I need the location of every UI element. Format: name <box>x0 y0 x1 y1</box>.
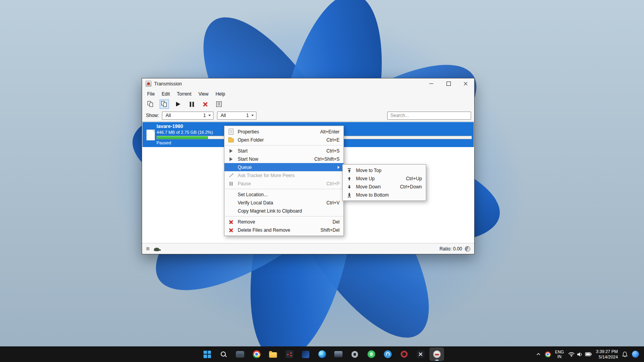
start-button[interactable] <box>200 348 215 361</box>
submenu-arrow-icon <box>338 166 340 169</box>
menu-item-queue[interactable]: Queue <box>224 163 343 171</box>
tracker-dropdown-count: 1 <box>246 113 249 118</box>
move-to-bottom-icon <box>347 193 352 197</box>
ratio-pie-icon[interactable] <box>465 246 470 252</box>
show-label: Show: <box>146 113 159 118</box>
start-torrent-icon <box>176 102 180 106</box>
tray-chevron-up-button[interactable] <box>536 353 541 356</box>
taskbar-qbittorrent-button[interactable] <box>381 348 395 361</box>
menu-item-label: Properties <box>238 129 313 135</box>
taskbar-media-app-button[interactable] <box>282 348 297 361</box>
menu-torrent[interactable]: Torrent <box>173 90 195 98</box>
remove-torrent-button[interactable] <box>201 100 210 108</box>
submenu-item-move-to-bottom[interactable]: Move to Bottom <box>343 191 426 199</box>
pause-torrent-button[interactable] <box>187 100 196 108</box>
settings-icon <box>351 351 359 358</box>
menu-item-shortcut: Ctrl+E <box>326 137 340 143</box>
menu-item-label: Move Up <box>356 176 399 181</box>
mi-icon-wrap <box>346 185 353 189</box>
menu-item-verify-local-data[interactable]: Verify Local Data Ctrl+V <box>224 199 343 207</box>
chrome-tray-icon <box>545 351 551 357</box>
taskbar-transmission-button[interactable] <box>430 348 444 361</box>
tray-clock[interactable]: 3:39:27 PM 5/14/2024 <box>596 349 618 360</box>
menu-item-remove[interactable]: Remove Del <box>224 218 343 226</box>
menu-item-copy-magnet-link[interactable]: Copy Magnet Link to Clipboard <box>224 207 343 215</box>
battery-icon <box>585 352 592 356</box>
system-icons-cluster[interactable] <box>568 352 592 357</box>
language-indicator[interactable]: ENG IN <box>555 350 564 359</box>
menu-item-label: Set Location... <box>238 192 333 197</box>
filter-dropdown-count: 1 <box>203 113 206 118</box>
maximize-icon <box>447 82 451 86</box>
open-torrent-button[interactable] <box>146 100 155 108</box>
submenu-item-move-down[interactable]: Move Down Ctrl+Down <box>343 183 426 191</box>
menu-item-delete-files-and-remove[interactable]: Delete Files and Remove Shift+Del <box>224 226 343 234</box>
menu-item-set-location[interactable]: Set Location... <box>224 190 343 199</box>
language-top: ENG <box>555 350 564 354</box>
menu-item-shortcut: Ctrl+Down <box>400 184 422 190</box>
minimize-button[interactable] <box>423 78 440 89</box>
tracker-dropdown[interactable]: All 1 <box>217 112 256 120</box>
menu-item-ask-tracker[interactable]: Ask Tracker for More Peers <box>224 171 343 179</box>
tray-chrome-button[interactable] <box>545 351 551 357</box>
close-button[interactable] <box>457 78 474 89</box>
options-menu-icon[interactable]: ≡ <box>146 246 149 252</box>
bell-icon <box>622 351 628 357</box>
taskbar-file-explorer-button[interactable] <box>266 348 280 361</box>
taskbar-task-view-button[interactable] <box>233 348 247 361</box>
menu-item-shortcut: Shift+Del <box>320 227 340 233</box>
notification-bell-button[interactable] <box>622 351 628 357</box>
open-torrent-options-button[interactable] <box>160 100 169 108</box>
menu-item-shortcut: Ctrl+V <box>326 200 340 206</box>
move-down-icon <box>347 185 352 189</box>
turtle-alt-speed-icon[interactable] <box>154 248 160 251</box>
desktop: Transmission File Edit Torrent View Help <box>0 0 644 362</box>
wifi-icon <box>568 352 575 357</box>
titlebar[interactable]: Transmission <box>142 78 474 89</box>
maximize-button[interactable] <box>440 78 457 89</box>
menu-item-label: Open Folder <box>238 137 319 143</box>
taskbar-settings-button[interactable] <box>348 348 362 361</box>
start-torrent-button[interactable] <box>174 100 182 108</box>
qbittorrent-icon <box>384 350 391 358</box>
menu-separator <box>225 216 343 216</box>
windows-start-icon <box>204 351 211 358</box>
taskbar-call-app-button[interactable] <box>364 348 379 361</box>
taskbar-x-app-button[interactable] <box>413 348 428 361</box>
menu-item-properties[interactable]: Properties Alt+Enter <box>224 128 343 136</box>
torrent-context-menu: Properties Alt+Enter Open Folder Ctrl+E … <box>224 126 344 236</box>
menu-item-label: Start <box>238 148 319 154</box>
taskbar-files-app-button[interactable] <box>331 348 346 361</box>
taskbar-search-button[interactable] <box>217 348 231 361</box>
taskbar-store-app-button[interactable] <box>299 348 313 361</box>
filter-dropdown[interactable]: All 1 <box>162 112 213 120</box>
torrent-details-button[interactable] <box>215 100 223 108</box>
menu-item-start[interactable]: Start Ctrl+S <box>224 147 343 155</box>
move-up-icon <box>347 176 352 181</box>
volume-icon <box>577 352 583 357</box>
menu-separator <box>225 189 343 189</box>
menu-item-start-now[interactable]: Start Now Ctrl+Shift+S <box>224 155 343 163</box>
menu-item-label: Move Down <box>356 184 393 190</box>
menu-help[interactable]: Help <box>212 90 229 98</box>
copilot-button[interactable] <box>632 351 639 358</box>
menu-item-shortcut: Ctrl+Up <box>406 176 422 181</box>
submenu-item-move-up[interactable]: Move Up Ctrl+Up <box>343 174 426 183</box>
torrent-details-icon <box>216 101 222 107</box>
language-bottom: IN <box>557 354 562 359</box>
mi-icon-wrap <box>346 193 353 197</box>
menu-item-shortcut: Ctrl+P <box>326 181 340 186</box>
mi-icon-wrap <box>228 137 235 142</box>
menu-view[interactable]: View <box>195 90 212 98</box>
menu-file[interactable]: File <box>144 90 158 98</box>
taskbar-edge-button[interactable] <box>315 348 329 361</box>
submenu-item-move-to-top[interactable]: Move to Top <box>343 166 426 174</box>
menu-item-shortcut: Alt+Enter <box>320 129 340 135</box>
menu-item-pause[interactable]: Pause Ctrl+P <box>224 179 343 188</box>
menu-item-open-folder[interactable]: Open Folder Ctrl+E <box>224 136 343 144</box>
menu-item-label: Move to Top <box>356 168 415 173</box>
taskbar-chrome-button[interactable] <box>249 348 264 361</box>
taskbar-recorder-app-button[interactable] <box>397 348 411 361</box>
search-input[interactable] <box>387 112 471 120</box>
menu-edit[interactable]: Edit <box>158 90 173 98</box>
